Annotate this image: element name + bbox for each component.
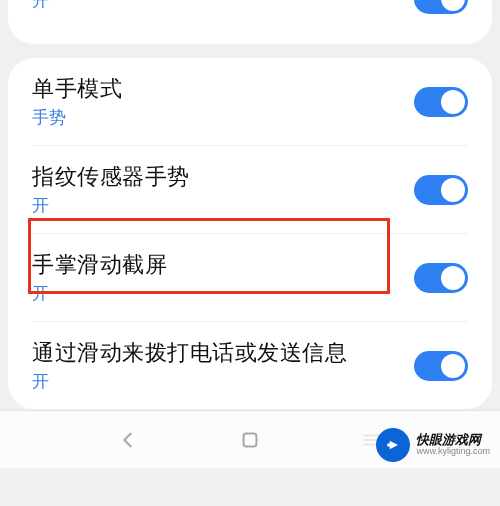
watermark: 快眼游戏网 www.kyligting.com <box>376 428 490 462</box>
watermark-logo-icon <box>376 428 410 462</box>
toggle-knob <box>441 178 465 202</box>
row-title: 通过滑动来拨打电话或发送信息 <box>32 338 347 368</box>
row-title: 指纹传感器手势 <box>32 162 190 192</box>
row-status: 手势 <box>32 106 122 129</box>
toggle-knob <box>441 354 465 378</box>
toggle-knob <box>441 90 465 114</box>
toggle-switch[interactable] <box>414 263 468 293</box>
setting-row-swipe-to-call[interactable]: 通过滑动来拨打电话或发送信息 开 <box>8 322 492 409</box>
nav-home-icon[interactable] <box>237 427 263 453</box>
setting-row-previous[interactable]: 开 <box>8 0 492 44</box>
row-labels: 指纹传感器手势 开 <box>32 162 190 217</box>
row-status: 开 <box>32 0 49 12</box>
row-title: 单手模式 <box>32 74 122 104</box>
row-labels: 开 <box>32 0 49 12</box>
watermark-title: 快眼游戏网 <box>416 433 490 447</box>
row-status: 开 <box>32 282 167 305</box>
toggle-switch[interactable] <box>414 87 468 117</box>
row-labels: 手掌滑动截屏 开 <box>32 250 167 305</box>
watermark-text: 快眼游戏网 www.kyligting.com <box>416 433 490 456</box>
row-labels: 单手模式 手势 <box>32 74 122 129</box>
nav-back-icon[interactable] <box>115 427 141 453</box>
toggle-switch[interactable] <box>414 175 468 205</box>
toggle-knob <box>441 0 465 11</box>
settings-screen: 开 单手模式 手势 指纹传感器手势 开 手掌滑动截屏 开 <box>0 0 500 468</box>
toggle-switch[interactable] <box>414 0 468 14</box>
toggle-switch[interactable] <box>414 351 468 381</box>
setting-row-fingerprint-gesture[interactable]: 指纹传感器手势 开 <box>8 146 492 233</box>
setting-row-one-hand-mode[interactable]: 单手模式 手势 <box>8 58 492 145</box>
toggle-knob <box>441 266 465 290</box>
svg-rect-0 <box>244 433 257 446</box>
row-labels: 通过滑动来拨打电话或发送信息 开 <box>32 338 347 393</box>
watermark-url: www.kyligting.com <box>416 447 490 456</box>
setting-row-palm-swipe-screenshot[interactable]: 手掌滑动截屏 开 <box>8 234 492 321</box>
settings-group-gestures: 单手模式 手势 指纹传感器手势 开 手掌滑动截屏 开 通过滑动来拨打电话或发送信… <box>8 58 492 409</box>
row-status: 开 <box>32 194 190 217</box>
row-status: 开 <box>32 370 347 393</box>
settings-group-top: 开 <box>8 0 492 44</box>
svg-point-5 <box>387 443 391 447</box>
row-title: 手掌滑动截屏 <box>32 250 167 280</box>
